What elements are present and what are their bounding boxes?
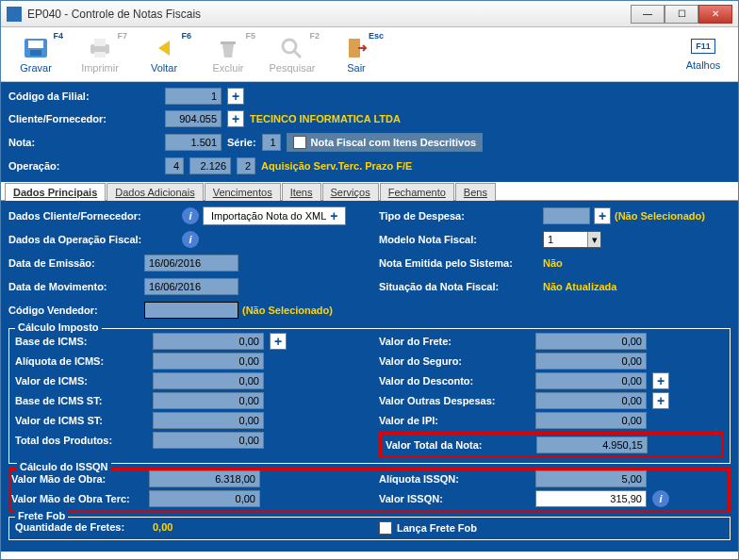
modelo-nota-dropdown[interactable]: 1 ▾ xyxy=(543,231,601,248)
mao-obra-terc-label: Valor Mão de Obra Terc: xyxy=(11,493,143,504)
quantidade-fretes-label: Quantidade de Fretes: xyxy=(15,521,147,533)
serie-label: Série: xyxy=(227,137,256,148)
search-icon xyxy=(277,35,307,61)
exit-door-icon xyxy=(341,35,371,61)
operacao-c-input[interactable] xyxy=(237,157,255,174)
valor-issqn-input[interactable] xyxy=(535,490,647,507)
plus-icon: + xyxy=(330,208,337,223)
valor-total-nota-label: Valor Total da Nota: xyxy=(386,439,531,451)
app-window: EP040 - Controle de Notas Fiscais — ☐ ✕ … xyxy=(0,0,739,560)
back-arrow-icon xyxy=(149,35,179,61)
svg-rect-5 xyxy=(94,52,106,58)
data-emissao-input[interactable] xyxy=(144,255,238,272)
tab-fechamento[interactable]: Fechamento xyxy=(380,183,454,201)
chevron-down-icon: ▾ xyxy=(587,232,600,247)
cliente-fornecedor-input[interactable] xyxy=(165,110,222,127)
tab-vencimentos[interactable]: Vencimentos xyxy=(205,183,281,201)
minimize-button[interactable]: — xyxy=(631,5,665,24)
valor-seguro-label: Valor do Seguro: xyxy=(379,355,530,367)
tab-itens[interactable]: Itens xyxy=(282,183,321,201)
data-movimento-input[interactable] xyxy=(144,278,238,295)
tipo-despesa-input[interactable] xyxy=(543,207,590,224)
printer-icon xyxy=(85,35,115,61)
base-icms-btn[interactable]: + xyxy=(270,333,287,350)
emitida-sistema-value: Não xyxy=(543,257,563,269)
operacao-a-input[interactable] xyxy=(165,157,184,174)
tab-servicos[interactable]: Serviços xyxy=(322,183,379,201)
mao-obra-input[interactable] xyxy=(149,470,260,487)
app-icon xyxy=(7,7,22,22)
maximize-button[interactable]: ☐ xyxy=(665,5,698,24)
lanca-frete-checkbox[interactable] xyxy=(379,521,392,535)
valor-icms-input[interactable] xyxy=(153,372,264,389)
outras-despesas-btn[interactable]: + xyxy=(652,392,669,409)
valor-desconto-input[interactable] xyxy=(535,372,647,389)
valor-frete-input[interactable] xyxy=(535,333,647,350)
valor-icms-st-input[interactable] xyxy=(153,412,264,429)
nota-descritivos-checkbox[interactable] xyxy=(293,136,306,149)
trash-icon xyxy=(213,35,243,61)
voltar-button[interactable]: F6 Voltar xyxy=(133,30,195,78)
tipo-despesa-lookup[interactable]: + xyxy=(594,207,611,224)
valor-ipi-label: Valor de IPI: xyxy=(379,415,530,426)
tab-dados-adicionais[interactable]: Dados Adicionais xyxy=(107,183,203,201)
codigo-filial-label: Código da Filial: xyxy=(8,91,159,102)
svg-rect-2 xyxy=(30,50,41,56)
outras-despesas-input[interactable] xyxy=(535,392,647,409)
tab-bar: Dados Principais Dados Adicionais Vencim… xyxy=(1,182,738,201)
gravar-button[interactable]: F4 Gravar xyxy=(5,30,67,78)
header-form: Código da Filial: + Cliente/Fornecedor: … xyxy=(1,82,738,182)
pesquisar-button: F2 Pesquisar xyxy=(261,30,323,78)
importacao-xml-button[interactable]: Importação Nota do XML + xyxy=(203,206,346,225)
base-icms-label: Base de ICMS: xyxy=(15,336,147,347)
base-icms-input[interactable] xyxy=(153,333,264,350)
lanca-frete-checkbox-wrap[interactable]: Lança Frete Fob xyxy=(379,521,477,535)
valor-issqn-info-icon[interactable]: i xyxy=(652,490,669,507)
serie-input[interactable] xyxy=(262,134,281,151)
valor-seguro-input[interactable] xyxy=(535,353,647,370)
aliquota-icms-input[interactable] xyxy=(153,353,264,370)
quantidade-fretes-value: 0,00 xyxy=(153,521,172,533)
nota-input[interactable] xyxy=(165,134,222,151)
valor-total-nota-input[interactable] xyxy=(536,436,648,453)
cliente-fornecedor-lookup[interactable]: + xyxy=(227,110,244,127)
atalhos-button[interactable]: F11 Atalhos xyxy=(672,30,734,78)
toolbar: F4 Gravar F7 Imprimir F6 Voltar F5 Exclu… xyxy=(1,27,738,82)
dados-cliente-info-icon[interactable]: i xyxy=(182,207,199,224)
modelo-nota-label: Modelo Nota Fiscal: xyxy=(379,234,539,245)
svg-rect-1 xyxy=(28,41,43,48)
tab-dados-principais[interactable]: Dados Principais xyxy=(5,183,106,201)
nota-descritivos-checkbox-wrap[interactable]: Nota Fiscal com Itens Descritivos xyxy=(287,133,483,152)
nota-label: Nota: xyxy=(8,137,159,148)
base-icms-st-input[interactable] xyxy=(153,392,264,409)
operacao-b-input[interactable] xyxy=(189,157,231,174)
codigo-vendedor-input[interactable] xyxy=(144,302,238,319)
svg-rect-4 xyxy=(94,39,106,46)
dados-operacao-label: Dados da Operação Fiscal: xyxy=(8,234,178,245)
valor-frete-label: Valor do Frete: xyxy=(379,336,530,347)
dados-cliente-label: Dados Cliente/Fornecedor: xyxy=(8,210,178,222)
excluir-button: F5 Excluir xyxy=(197,30,259,78)
valor-ipi-input[interactable] xyxy=(535,412,647,429)
mao-obra-terc-input[interactable] xyxy=(149,490,260,507)
svg-line-8 xyxy=(294,51,301,58)
data-movimento-label: Data de Movimento: xyxy=(8,281,140,292)
tipo-despesa-not-selected: (Não Selecionado) xyxy=(615,210,705,222)
dados-operacao-info-icon[interactable]: i xyxy=(182,231,199,248)
valor-issqn-label: Valor ISSQN: xyxy=(379,493,530,504)
calculo-issqn-legend: Cálculo do ISSQN xyxy=(17,461,111,472)
total-produtos-input[interactable] xyxy=(153,432,264,449)
operacao-desc: Aquisição Serv.Terc. Prazo F/E xyxy=(261,160,412,172)
tab-bens[interactable]: Bens xyxy=(455,183,496,201)
sair-button[interactable]: Esc Sair xyxy=(325,30,387,78)
codigo-vendedor-label: Código Vendedor: xyxy=(8,305,140,316)
codigo-filial-lookup[interactable]: + xyxy=(227,88,244,105)
codigo-filial-input[interactable] xyxy=(165,88,222,105)
aliquota-issqn-input[interactable] xyxy=(535,470,647,487)
imprimir-button: F7 Imprimir xyxy=(69,30,131,78)
close-button[interactable]: ✕ xyxy=(698,5,732,24)
situacao-label: Situação da Nota Fiscal: xyxy=(379,281,539,292)
operacao-label: Operação: xyxy=(8,160,159,172)
valor-desconto-btn[interactable]: + xyxy=(652,372,669,389)
vendedor-not-selected: (Não Selecionado) xyxy=(242,305,333,316)
